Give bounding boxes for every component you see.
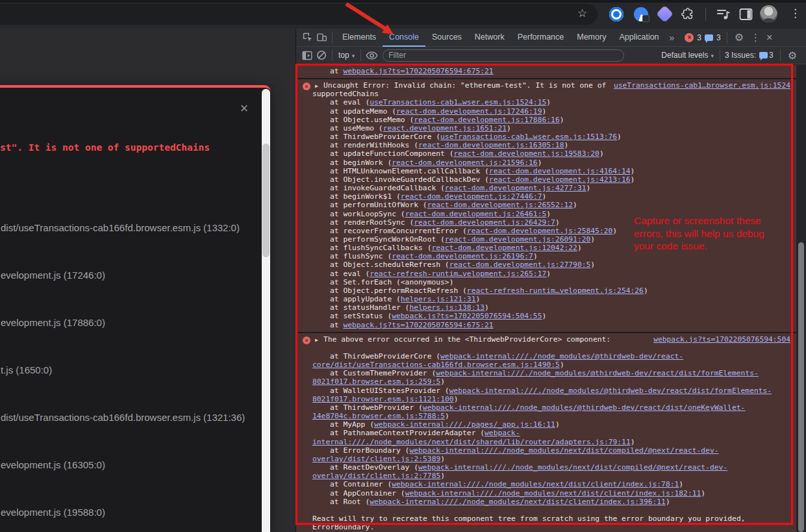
error-circle-icon: ×	[303, 82, 310, 90]
source-location-link[interactable]: webpack-internal:///./node_modules/next/…	[392, 480, 679, 488]
stack-trace-line: at performUnitOfWork (react-dom.developm…	[312, 201, 790, 209]
message-bubble-icon[interactable]	[705, 34, 713, 41]
devtools-menu-kebab-icon[interactable]: ⋮	[748, 32, 764, 44]
source-location-link[interactable]: webpack.js?ts=1702205076594:504:55	[392, 312, 542, 320]
tab-sources[interactable]: Sources	[425, 29, 468, 47]
message-count: 3	[716, 33, 721, 42]
source-location-link[interactable]: webpack-internal:///./node_modules/next/…	[370, 498, 666, 506]
source-location-link[interactable]: react-dom.development.js:26429:7	[414, 218, 555, 227]
source-location-link[interactable]: react-dom.development.js:21596:16	[392, 158, 537, 167]
error-message-text: Uncaught Error: Invalid chain: "ethereum…	[312, 81, 606, 98]
error-message-text: The above error occurred in the <Thirdwe…	[323, 335, 611, 344]
console-scrollbar[interactable]	[796, 65, 806, 532]
source-location-link[interactable]: react-dom.development.js:25845:20	[467, 227, 612, 235]
source-location-link[interactable]: react-dom.development.js:19583:20	[453, 149, 599, 158]
log-levels-selector[interactable]: Default levels▾	[659, 51, 716, 60]
source-location-link[interactable]: react-dom.development.js:26552:12	[427, 201, 573, 209]
overlay-scrollbar[interactable]	[262, 89, 270, 532]
browser-toolbar: ☆ ⋮	[0, 0, 806, 29]
live-expression-eye-icon[interactable]	[364, 49, 379, 62]
source-location-link[interactable]: react-dom.development.js:17246:19	[396, 107, 542, 116]
issues-bubble-icon[interactable]	[759, 52, 768, 58]
console-settings-gear-icon[interactable]: ⚙	[784, 49, 801, 62]
stack-trace-line: at updateMemo (react-dom.development.js:…	[312, 107, 790, 116]
profile-avatar[interactable]	[760, 5, 777, 23]
extensions-puzzle-icon[interactable]	[681, 7, 695, 21]
stack-trace-line: at Object.performReactRefresh (react-ref…	[312, 286, 790, 295]
source-location-link[interactable]: react-dom.development.js:17886:16	[414, 116, 559, 124]
stack-trace-line: at invokeGuardedCallback (react-dom.deve…	[312, 184, 790, 192]
window-edge	[0, 0, 806, 3]
source-location-link[interactable]: react-dom.development.js:26196:7	[392, 252, 533, 260]
toolbar-separator	[360, 49, 361, 61]
toolbar-separator	[332, 32, 333, 44]
stack-trace-line: at renderRootSync (react-dom.development…	[312, 218, 790, 227]
source-location-link[interactable]: webpack.js?ts=1702205076594:675:21	[343, 67, 493, 75]
tab-application[interactable]: Application	[612, 29, 665, 47]
source-location-link[interactable]: react-dom.development.js:27446:7	[401, 192, 542, 201]
extension-diamond-icon[interactable]	[656, 5, 674, 23]
side-panel-icon[interactable]	[739, 8, 753, 21]
tab-performance[interactable]: Performance	[511, 29, 571, 47]
console-filter-input[interactable]	[383, 49, 624, 62]
more-tabs-chevron[interactable]: »	[666, 32, 679, 43]
devtools-close-icon[interactable]: ×	[764, 32, 776, 44]
overlay-frame-path: evelopment.js (17246:0)	[1, 270, 245, 317]
error-badge-icon[interactable]: ×	[685, 33, 694, 42]
source-location-link[interactable]: webpack-internal:///./node_modules/next/…	[405, 489, 701, 498]
media-list-icon[interactable]	[716, 8, 731, 21]
stack-trace-line: at Object.scheduleRefresh (react-dom.dev…	[312, 260, 790, 269]
console-scrollbar-thumb[interactable]	[798, 242, 804, 532]
devtools-settings-gear-icon[interactable]: ⚙	[731, 31, 748, 44]
source-location-link[interactable]: react-refresh-runtim…velopment.js:254:26	[467, 286, 644, 295]
stack-trace-line	[312, 344, 790, 352]
source-location-link[interactable]: react-dom.development.js:4164:14	[489, 167, 631, 175]
console-messages: at webpack.js?ts=1702205076594:675:21×us…	[296, 65, 797, 532]
source-location-link[interactable]: react-dom.development.js:26091:20	[445, 235, 590, 244]
browser-menu-kebab-icon[interactable]: ⋮	[790, 6, 801, 20]
source-location-link[interactable]: useTransactions-cab1…browser.esm.js:1524	[614, 81, 790, 90]
stack-trace-line: at renderWithHooks (react-dom.developmen…	[312, 141, 790, 149]
source-location-link[interactable]: webpack-internal:///./pages/_app.js:16:1…	[374, 420, 555, 429]
source-location-link[interactable]: react-refresh-runtim…velopment.js:265:17	[370, 270, 546, 278]
stack-trace-line: at webpack.js?ts=1702205076594:675:21	[312, 67, 790, 75]
tab-console[interactable]: Console	[383, 29, 425, 47]
source-location-link[interactable]: helpers.js:138:13	[409, 303, 485, 312]
stack-trace-line: at PathnameContextProviderAdapter (webpa…	[312, 429, 790, 446]
issues-label[interactable]: 3 Issues:	[725, 51, 756, 60]
tab-elements[interactable]: Elements	[336, 29, 383, 47]
source-location-link[interactable]: react-dom.development.js:4277:31	[445, 184, 586, 192]
extension-blue-circle-icon[interactable]	[609, 7, 623, 21]
expand-triangle-icon[interactable]: ▶	[315, 336, 318, 344]
source-location-link[interactable]: react.development.js:1651:21	[383, 124, 507, 133]
overlay-close-icon[interactable]: ×	[236, 101, 252, 116]
source-location-link[interactable]: react-dom.development.js:27790:5	[449, 260, 591, 269]
device-toolbar-icon[interactable]	[314, 31, 329, 44]
context-selector[interactable]: top▾	[336, 51, 357, 60]
tab-memory[interactable]: Memory	[570, 29, 612, 47]
overlay-frame-path: evelopment.js (16305:0)	[1, 459, 245, 507]
stack-trace-line: at eval (useTransactions-cab1…wser.esm.j…	[312, 98, 790, 107]
stack-trace-line: at flushSync (react-dom.development.js:2…	[312, 252, 790, 260]
source-location-link[interactable]: webpack.js?ts=1702205076594:675:21	[343, 321, 493, 329]
source-location-link[interactable]: react-dom.development.js:16305:18	[418, 141, 564, 149]
inspect-element-icon[interactable]	[300, 31, 314, 44]
bookmark-star-icon[interactable]: ☆	[577, 6, 587, 21]
clear-console-icon[interactable]	[314, 49, 329, 62]
source-location-link[interactable]: useTransactions-cab1…wser.esm.js:1524:15	[370, 98, 546, 107]
address-bar[interactable]	[0, 4, 598, 25]
overlay-scrollbar-thumb[interactable]	[262, 144, 270, 257]
source-location-link[interactable]: react-dom.development.js:26461:5	[405, 210, 547, 218]
source-location-link[interactable]: helpers.js:121:31	[401, 295, 476, 303]
source-location-link[interactable]: webpack.js?ts=1702205076594:504	[653, 335, 790, 344]
source-location-link[interactable]: useTransactions-cab1…wser.esm.js:1513:76	[440, 133, 617, 141]
expand-triangle-icon[interactable]: ▶	[315, 82, 318, 90]
source-location-link[interactable]: react-dom.development.js:4213:16	[489, 175, 631, 184]
source-location-link[interactable]: react-dom.development.js:12042:22	[431, 244, 577, 252]
console-sidebar-toggle-icon[interactable]	[300, 49, 314, 62]
error-circle-icon: ×	[303, 336, 310, 344]
extension-pie-icon[interactable]	[634, 7, 648, 21]
stack-trace-line: at Set.forEach (<anonymous>)	[312, 278, 790, 286]
nextjs-error-overlay: × st". It is not one of supportedChains …	[0, 85, 271, 532]
tab-network[interactable]: Network	[468, 29, 511, 47]
